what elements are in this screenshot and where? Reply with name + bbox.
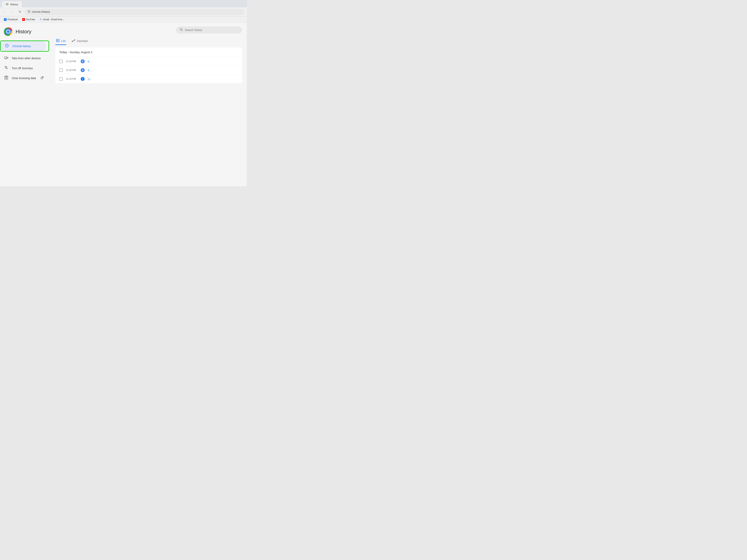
svg-line-26 bbox=[182, 30, 183, 31]
tabs-other-devices-label: Tabs from other devices bbox=[12, 57, 41, 60]
omnibox-bar: ← → ↻ chrome://history bbox=[0, 7, 247, 16]
svg-point-1 bbox=[7, 4, 8, 5]
sidebar-nav: Chrome history Tabs from other devices bbox=[0, 41, 51, 83]
chrome-history-label: Chrome history bbox=[12, 45, 31, 48]
sidebar-item-turn-off-journeys[interactable]: Turn off Journeys bbox=[0, 63, 48, 73]
view-tabs: List Journeys bbox=[55, 37, 242, 45]
search-bar-wrapper: Search history bbox=[55, 27, 242, 33]
journeys-icon bbox=[72, 39, 75, 43]
history-checkbox-3[interactable] bbox=[59, 77, 63, 81]
history-entry-1: 11:16 PM E... bbox=[55, 57, 242, 66]
history-checkbox-1[interactable] bbox=[59, 60, 63, 63]
search-icon bbox=[180, 28, 183, 32]
bookmark-facebook[interactable]: f Facebook bbox=[2, 18, 20, 21]
tab-journeys-label: Journeys bbox=[77, 39, 88, 43]
bookmark-youtube[interactable]: YouTube bbox=[21, 18, 37, 21]
history-entry-2: 11:16 PM E... bbox=[55, 66, 242, 75]
omnibox[interactable]: chrome://history bbox=[25, 9, 244, 15]
omnibox-url: chrome://history bbox=[32, 10, 50, 13]
sidebar: History Chrome history bbox=[0, 23, 51, 186]
sidebar-item-clear-browsing-data[interactable]: Clear browsing data bbox=[0, 73, 48, 83]
main-content: Search history List bbox=[51, 23, 247, 186]
history-entry-title-2[interactable]: E... bbox=[88, 69, 92, 72]
youtube-favicon bbox=[22, 18, 25, 21]
external-link-icon bbox=[41, 76, 44, 80]
tab-list-label: List bbox=[61, 39, 66, 43]
history-checkbox-2[interactable] bbox=[59, 69, 63, 72]
history-time-1: 11:16 PM bbox=[66, 60, 78, 63]
svg-point-7 bbox=[7, 30, 9, 33]
svg-marker-4 bbox=[23, 19, 24, 20]
history-panel: Today - Sunday, August 2 11:16 PM E... 1… bbox=[55, 47, 242, 83]
trash-icon bbox=[4, 75, 8, 81]
omnibox-security-icon bbox=[28, 10, 30, 14]
history-time-2: 11:16 PM bbox=[66, 69, 78, 72]
history-date-header: Today - Sunday, August 2 bbox=[55, 47, 242, 57]
search-placeholder: Search history bbox=[185, 28, 202, 32]
list-icon bbox=[56, 39, 60, 43]
forward-button[interactable]: → bbox=[10, 9, 15, 15]
history-entry-3: 11:14 PM f (1... bbox=[55, 75, 242, 83]
sidebar-header: History bbox=[0, 27, 51, 41]
tab-list[interactable]: List bbox=[55, 37, 66, 45]
history-favicon-2 bbox=[81, 68, 85, 72]
gmail-favicon: G bbox=[40, 18, 42, 21]
back-button[interactable]: ← bbox=[2, 9, 8, 15]
sidebar-item-tabs-other-devices[interactable]: Tabs from other devices bbox=[0, 53, 48, 63]
page-content: History Chrome history bbox=[0, 23, 247, 186]
svg-point-3 bbox=[29, 11, 29, 12]
history-favicon-3: f bbox=[81, 77, 85, 81]
history-entry-title-3[interactable]: (1... bbox=[88, 78, 92, 80]
tab-title: History bbox=[10, 3, 18, 6]
clock-icon bbox=[4, 44, 9, 49]
bookmarks-bar: f Facebook YouTube G Gmail - Email from.… bbox=[0, 16, 247, 23]
tab-favicon bbox=[6, 3, 8, 6]
active-tab[interactable]: History bbox=[2, 1, 22, 7]
history-entry-title-1[interactable]: E... bbox=[88, 60, 92, 63]
devices-icon bbox=[4, 56, 8, 61]
reload-button[interactable]: ↻ bbox=[17, 9, 23, 15]
search-bar[interactable]: Search history bbox=[176, 27, 242, 33]
journey-off-icon bbox=[4, 65, 8, 71]
browser-frame: History ← → ↻ chrome://history f Faceboo… bbox=[0, 0, 247, 23]
facebook-favicon: f bbox=[4, 18, 7, 21]
turn-off-journeys-label: Turn off Journeys bbox=[12, 66, 33, 70]
bookmark-youtube-label: YouTube bbox=[26, 18, 35, 21]
bookmark-gmail[interactable]: G Gmail - Email from... bbox=[38, 18, 66, 21]
bookmark-facebook-label: Facebook bbox=[8, 18, 18, 21]
bookmark-gmail-label: Gmail - Email from... bbox=[43, 18, 64, 21]
tab-bar: History bbox=[0, 0, 247, 7]
tab-journeys[interactable]: Journeys bbox=[71, 37, 89, 45]
history-time-3: 11:14 PM bbox=[66, 78, 78, 80]
page-title: History bbox=[16, 29, 31, 35]
clear-browsing-data-label: Clear browsing data bbox=[12, 77, 36, 80]
sidebar-item-chrome-history[interactable]: Chrome history bbox=[1, 41, 46, 51]
svg-rect-11 bbox=[4, 57, 7, 58]
chrome-logo bbox=[4, 27, 12, 36]
history-favicon-1 bbox=[81, 59, 85, 63]
